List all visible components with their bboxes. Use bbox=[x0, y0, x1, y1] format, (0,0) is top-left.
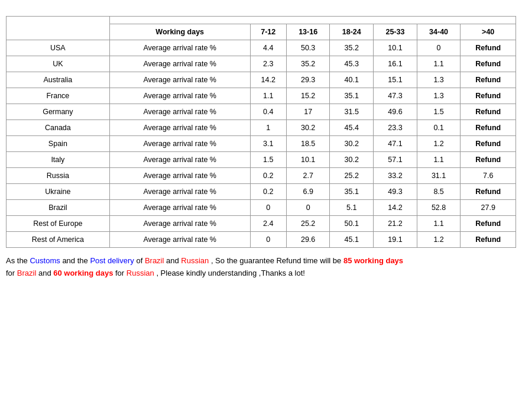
table-row: Russia Average arrival rate % 0.2 2.7 25… bbox=[7, 168, 516, 184]
cell-v6: Refund bbox=[461, 120, 516, 136]
footnote-line2-pre: for bbox=[6, 269, 17, 277]
cell-v3: 31.5 bbox=[330, 104, 374, 120]
cell-v6: Refund bbox=[461, 184, 516, 200]
cell-country: Australia bbox=[7, 72, 110, 88]
cell-v6: Refund bbox=[461, 72, 516, 88]
cell-v1: 0 bbox=[250, 200, 286, 216]
cell-v1: 1 bbox=[250, 120, 286, 136]
table-row: Ukraine Average arrival rate % 0.2 6.9 3… bbox=[7, 184, 516, 200]
cell-label: Average arrival rate % bbox=[109, 88, 250, 104]
cell-v3: 45.3 bbox=[330, 56, 374, 72]
cell-v3: 35.1 bbox=[330, 88, 374, 104]
cell-v2: 29.6 bbox=[286, 232, 330, 248]
cell-v1: 0.4 bbox=[250, 104, 286, 120]
cell-v1: 2.3 bbox=[250, 56, 286, 72]
footnote-line2-post: for bbox=[113, 269, 126, 277]
cell-v6: 7.6 bbox=[461, 168, 516, 184]
cell-v5: 1.3 bbox=[417, 88, 461, 104]
cell-v4: 14.2 bbox=[374, 200, 417, 216]
cell-v5: 1.2 bbox=[417, 232, 461, 248]
cell-v2: 2.7 bbox=[286, 168, 330, 184]
cell-v5: 1.2 bbox=[417, 136, 461, 152]
cell-v3: 35.2 bbox=[330, 40, 374, 56]
cell-country: Rest of America bbox=[7, 232, 110, 248]
table-row: Rest of America Average arrival rate % 0… bbox=[7, 232, 516, 248]
cell-v2: 15.2 bbox=[286, 88, 330, 104]
cell-v2: 35.2 bbox=[286, 56, 330, 72]
footnote-line2-mid: and bbox=[36, 269, 53, 277]
cell-v2: 30.2 bbox=[286, 120, 330, 136]
cell-v1: 14.2 bbox=[250, 72, 286, 88]
cell-v6: 27.9 bbox=[461, 200, 516, 216]
cell-v5: 1.5 bbox=[417, 104, 461, 120]
cell-v2: 29.3 bbox=[286, 72, 330, 88]
cell-v6: Refund bbox=[461, 136, 516, 152]
cell-country: Brazil bbox=[7, 200, 110, 216]
cell-v1: 1.5 bbox=[250, 152, 286, 168]
cell-label: Average arrival rate % bbox=[109, 40, 250, 56]
col-7-12: 7-12 bbox=[250, 24, 286, 40]
table-row: UK Average arrival rate % 2.3 35.2 45.3 … bbox=[7, 56, 516, 72]
cell-v5: 1.1 bbox=[417, 152, 461, 168]
delivery-table: Working days 7-12 13-16 18-24 25-33 34-4… bbox=[6, 16, 516, 248]
cell-v1: 0.2 bbox=[250, 184, 286, 200]
cell-v6: Refund bbox=[461, 152, 516, 168]
cell-v4: 49.6 bbox=[374, 104, 417, 120]
cell-v1: 0.2 bbox=[250, 168, 286, 184]
cell-v5: 1.3 bbox=[417, 72, 461, 88]
cell-v3: 30.2 bbox=[330, 152, 374, 168]
col-34-40: 34-40 bbox=[417, 24, 461, 40]
table-row: Brazil Average arrival rate % 0 0 5.1 14… bbox=[7, 200, 516, 216]
cell-v2: 10.1 bbox=[286, 152, 330, 168]
footnote-brazil2: Brazil bbox=[17, 269, 37, 277]
cell-country: Italy bbox=[7, 152, 110, 168]
cell-v3: 50.1 bbox=[330, 216, 374, 232]
cell-label: Average arrival rate % bbox=[109, 56, 250, 72]
cell-v3: 35.1 bbox=[330, 184, 374, 200]
cell-country: Spain bbox=[7, 136, 110, 152]
footnote-mid1: and the bbox=[60, 256, 90, 265]
cell-v5: 31.1 bbox=[417, 168, 461, 184]
cell-label: Average arrival rate % bbox=[109, 120, 250, 136]
cell-country: Canada bbox=[7, 120, 110, 136]
cell-country: USA bbox=[7, 40, 110, 56]
cell-v2: 6.9 bbox=[286, 184, 330, 200]
cell-label: Average arrival rate % bbox=[109, 152, 250, 168]
cell-v4: 33.2 bbox=[374, 168, 417, 184]
table-row: Spain Average arrival rate % 3.1 18.5 30… bbox=[7, 136, 516, 152]
cell-v6: Refund bbox=[461, 232, 516, 248]
cell-v6: Refund bbox=[461, 104, 516, 120]
cell-country: UK bbox=[7, 56, 110, 72]
cell-label: Average arrival rate % bbox=[109, 184, 250, 200]
cell-v5: 0.1 bbox=[417, 120, 461, 136]
cell-v6: Refund bbox=[461, 40, 516, 56]
cell-country: Ukraine bbox=[7, 184, 110, 200]
col-working-days: Working days bbox=[109, 24, 250, 40]
cell-v4: 47.3 bbox=[374, 88, 417, 104]
cell-country: Russia bbox=[7, 168, 110, 184]
cell-v3: 30.2 bbox=[330, 136, 374, 152]
cell-label: Average arrival rate % bbox=[109, 72, 250, 88]
col-25-33: 25-33 bbox=[374, 24, 417, 40]
cell-v3: 5.1 bbox=[330, 200, 374, 216]
cell-v5: 8.5 bbox=[417, 184, 461, 200]
cell-v4: 10.1 bbox=[374, 40, 417, 56]
cell-v6: Refund bbox=[461, 88, 516, 104]
footnote-customs: Customs bbox=[30, 256, 60, 265]
country-column-header bbox=[7, 17, 110, 40]
table-row: Canada Average arrival rate % 1 30.2 45.… bbox=[7, 120, 516, 136]
footnote-60days: 60 working days bbox=[53, 269, 113, 277]
col-13-16: 13-16 bbox=[286, 24, 330, 40]
table-row: Germany Average arrival rate % 0.4 17 31… bbox=[7, 104, 516, 120]
cell-v4: 23.3 bbox=[374, 120, 417, 136]
footnote-line2-end: , Please kindly understanding ,Thanks a … bbox=[154, 269, 305, 277]
col-18-24: 18-24 bbox=[330, 24, 374, 40]
cell-v4: 19.1 bbox=[374, 232, 417, 248]
cell-v3: 45.1 bbox=[330, 232, 374, 248]
cell-v4: 15.1 bbox=[374, 72, 417, 88]
cell-v5: 0 bbox=[417, 40, 461, 56]
cell-v3: 45.4 bbox=[330, 120, 374, 136]
col-40plus: >40 bbox=[461, 24, 516, 40]
footnote-mid4: , So the guarantee Refund time will be bbox=[209, 256, 343, 265]
table-row: Rest of Europe Average arrival rate % 2.… bbox=[7, 216, 516, 232]
